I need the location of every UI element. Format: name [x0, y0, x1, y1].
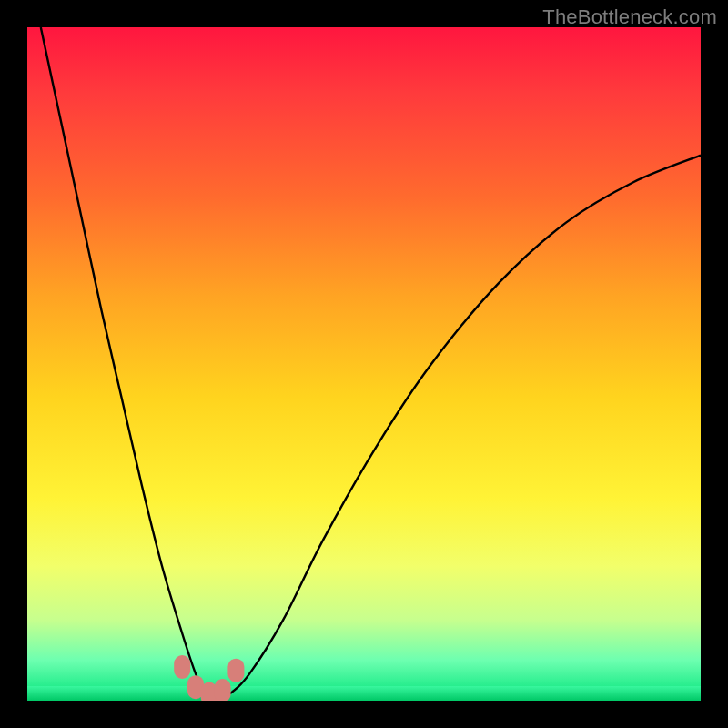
curve-layer: [27, 27, 701, 701]
curve-marker: [228, 659, 244, 682]
curve-marker: [174, 655, 190, 679]
curve-marker: [215, 679, 231, 701]
watermark-text: TheBottleneck.com: [542, 5, 717, 29]
plot-area: [27, 27, 701, 701]
chart-stage: TheBottleneck.com: [0, 0, 728, 728]
bottleneck-curve: [41, 27, 701, 697]
curve-markers: [174, 655, 244, 701]
